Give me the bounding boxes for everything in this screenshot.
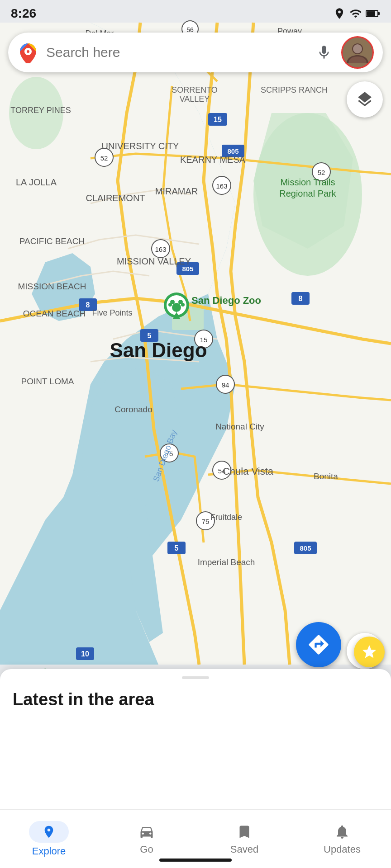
svg-text:MISSION BEACH: MISSION BEACH xyxy=(18,282,86,291)
svg-text:PACIFIC BEACH: PACIFIC BEACH xyxy=(19,236,85,246)
svg-text:5: 5 xyxy=(175,544,179,552)
saved-icon xyxy=(236,824,253,840)
svg-rect-85 xyxy=(367,11,375,16)
svg-text:Mission Trails: Mission Trails xyxy=(280,177,335,187)
svg-text:805: 805 xyxy=(300,544,311,552)
svg-text:MISSION VALLEY: MISSION VALLEY xyxy=(117,256,191,266)
updates-icon xyxy=(334,824,350,840)
svg-text:5: 5 xyxy=(148,332,152,340)
nav-item-go[interactable]: Go xyxy=(117,818,176,860)
svg-text:SORRENTO: SORRENTO xyxy=(172,85,218,94)
explore-icon xyxy=(42,825,56,839)
svg-rect-84 xyxy=(378,12,380,15)
svg-text:POINT LOMA: POINT LOMA xyxy=(21,377,74,386)
svg-text:TORREY PINES: TORREY PINES xyxy=(10,106,71,115)
svg-text:Five Points: Five Points xyxy=(92,308,132,317)
directions-button[interactable] xyxy=(296,622,341,667)
status-bar: 8:26 xyxy=(0,0,391,27)
nav-item-explore[interactable]: Explore xyxy=(19,816,78,862)
map-layers-button[interactable] xyxy=(347,81,383,118)
map-svg: 5 15 15 805 805 8 8 5 5 805 163 52 xyxy=(0,0,391,687)
go-icon xyxy=(138,824,155,840)
bottom-sheet-title: Latest in the area xyxy=(0,690,391,709)
battery-status-icon xyxy=(366,7,380,20)
explore-nav-label: Explore xyxy=(32,845,66,857)
svg-text:KEARNY MESA: KEARNY MESA xyxy=(180,155,246,165)
saved-places-button[interactable] xyxy=(354,637,385,667)
svg-text:Bonita: Bonita xyxy=(314,472,338,481)
svg-point-88 xyxy=(27,50,29,53)
directions-icon xyxy=(307,633,330,656)
star-icon xyxy=(361,644,377,660)
svg-text:OCEAN BEACH: OCEAN BEACH xyxy=(23,309,86,318)
go-icon-container xyxy=(138,823,156,841)
svg-text:Chula Vista: Chula Vista xyxy=(223,466,274,477)
svg-text:163: 163 xyxy=(216,182,227,190)
svg-text:8: 8 xyxy=(299,295,303,302)
map-container[interactable]: 5 15 15 805 805 8 8 5 5 805 163 52 xyxy=(0,0,391,687)
search-bar[interactable] xyxy=(8,33,383,72)
svg-text:Imperial Beach: Imperial Beach xyxy=(198,557,255,567)
svg-point-91 xyxy=(353,44,362,53)
svg-text:163: 163 xyxy=(155,245,166,253)
svg-point-77 xyxy=(172,303,181,312)
status-time: 8:26 xyxy=(11,6,36,21)
mic-icon xyxy=(316,44,332,61)
svg-text:75: 75 xyxy=(202,518,210,525)
google-maps-logo-icon xyxy=(17,42,39,63)
svg-text:SCRIPPS RANCH: SCRIPPS RANCH xyxy=(261,85,328,94)
svg-text:52: 52 xyxy=(100,154,108,162)
search-input[interactable] xyxy=(46,45,307,60)
status-icons xyxy=(333,7,380,20)
svg-text:Fruitdale: Fruitdale xyxy=(210,513,242,522)
explore-icon-container xyxy=(29,821,69,843)
updates-icon-container xyxy=(333,823,351,841)
svg-text:8: 8 xyxy=(86,301,90,309)
bottom-sheet[interactable]: Latest in the area xyxy=(0,669,391,823)
svg-point-80 xyxy=(168,303,172,307)
location-status-icon xyxy=(333,7,346,20)
nav-item-saved[interactable]: Saved xyxy=(215,818,274,860)
home-indicator xyxy=(159,859,232,862)
layers-icon xyxy=(356,90,374,108)
svg-text:MIRAMAR: MIRAMAR xyxy=(155,186,198,196)
svg-text:52: 52 xyxy=(318,169,325,176)
svg-text:VALLEY: VALLEY xyxy=(180,94,210,104)
user-avatar-button[interactable] xyxy=(341,36,374,69)
nav-item-updates[interactable]: Updates xyxy=(313,818,372,860)
wifi-status-icon xyxy=(349,7,362,20)
svg-text:San Diego: San Diego xyxy=(110,339,207,361)
bottom-sheet-handle xyxy=(182,676,209,679)
mic-button[interactable] xyxy=(314,42,334,62)
go-nav-label: Go xyxy=(140,844,153,855)
svg-text:10: 10 xyxy=(81,650,89,658)
svg-text:Coronado: Coronado xyxy=(114,405,152,414)
user-avatar-icon xyxy=(343,38,372,67)
saved-icon-container xyxy=(235,823,253,841)
svg-point-81 xyxy=(181,303,185,307)
svg-text:LA JOLLA: LA JOLLA xyxy=(16,177,57,187)
svg-text:National City: National City xyxy=(215,422,264,431)
svg-text:San Diego Zoo: San Diego Zoo xyxy=(191,295,261,306)
svg-text:Regional Park: Regional Park xyxy=(279,189,337,198)
svg-text:CLAIREMONT: CLAIREMONT xyxy=(86,193,145,203)
updates-nav-label: Updates xyxy=(324,844,361,855)
svg-text:UNIVERSITY CITY: UNIVERSITY CITY xyxy=(102,141,179,151)
saved-nav-label: Saved xyxy=(230,844,258,855)
svg-text:94: 94 xyxy=(222,381,229,389)
svg-text:15: 15 xyxy=(214,116,222,123)
svg-text:805: 805 xyxy=(227,147,238,155)
